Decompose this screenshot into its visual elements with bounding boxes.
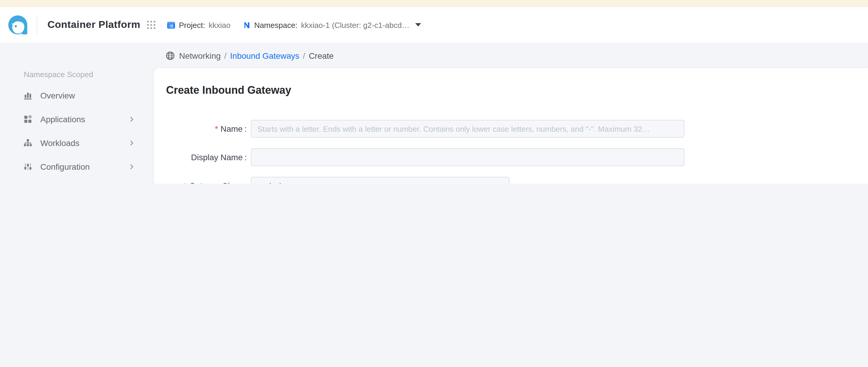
chevron-right-icon (128, 116, 135, 123)
create-inbound-gateway-card: Create Inbound Gateway *Name: (154, 68, 868, 184)
sliders-icon (23, 162, 33, 172)
sidebar-menu: Overview Applications (0, 84, 154, 184)
sidebar-item-configuration[interactable]: Configuration (11, 155, 141, 179)
required-marker: * (184, 181, 187, 184)
sidebar-item-label: Configuration (40, 162, 90, 172)
create-form: *Name: Display Name: (154, 120, 868, 184)
required-marker: * (215, 124, 218, 133)
project-label: Project: (179, 21, 205, 29)
name-input[interactable] (251, 120, 684, 137)
gateway-class-field-label: *GatewayClass: (154, 181, 247, 184)
sidebar-item-label: Applications (40, 115, 85, 124)
sidebar-item-label: Workloads (40, 138, 80, 148)
project-icon (166, 21, 175, 29)
namespace-value: kkxiao-1 (Cluster: g2-c1-abcd… (301, 21, 409, 29)
display-name-field-label: Display Name: (154, 153, 247, 162)
sidebar-item-applications[interactable]: Applications (11, 108, 141, 131)
apps-grid-icon (23, 115, 33, 124)
app-logo-bird-icon (8, 16, 27, 34)
name-field-row: *Name: (154, 120, 868, 137)
namespace-label: Namespace: (254, 21, 298, 29)
sidebar-item-workloads[interactable]: Workloads (11, 131, 141, 155)
globe-icon (165, 51, 175, 60)
workload-tree-icon (23, 138, 33, 148)
top-header: Container Platform Project: kkxi (0, 7, 868, 43)
sidebar-section-label: Namespace Scoped (24, 70, 154, 80)
breadcrumb: Networking / Inbound Gateways / Create (154, 43, 868, 68)
caret-down-icon[interactable] (415, 23, 422, 27)
sidebar-item-networking[interactable]: Networking (11, 179, 141, 184)
breadcrumb-separator: / (303, 51, 305, 60)
display-name-input[interactable] (251, 148, 684, 166)
chevron-right-icon (128, 140, 135, 147)
chevron-right-icon (128, 163, 135, 170)
project-selector[interactable]: Project: kkxiao (166, 21, 230, 29)
sidebar-item-overview[interactable]: Overview (11, 84, 141, 108)
display-name-field-row: Display Name: (154, 148, 868, 166)
bar-chart-icon (23, 91, 33, 100)
breadcrumb-item-current: Create (309, 51, 334, 60)
namespace-selector[interactable]: Namespace: kkxiao-1 (Cluster: g2-c1-abcd… (242, 21, 422, 29)
main-area: Networking / Inbound Gateways / Create C… (154, 43, 868, 184)
breadcrumb-separator: / (224, 51, 226, 60)
breadcrumb-item[interactable]: Networking (179, 51, 221, 60)
breadcrumb-item-link[interactable]: Inbound Gateways (230, 51, 300, 60)
app-switcher-grid-icon[interactable] (146, 20, 156, 30)
page-body: Namespace Scoped Overview (0, 43, 868, 184)
app-title: Container Platform (48, 19, 140, 31)
header-divider (37, 16, 37, 34)
project-value: kkxiao (209, 21, 230, 29)
gateway-class-selected-value: exclusive-gateway (257, 181, 320, 184)
top-accent-strip (0, 0, 868, 7)
sidebar: Namespace Scoped Overview (0, 43, 154, 184)
name-field-label: *Name: (154, 124, 247, 133)
namespace-n-icon (242, 21, 251, 29)
page-title: Create Inbound Gateway (166, 83, 868, 98)
application-window: Container Platform Project: kkxi (0, 0, 868, 184)
sidebar-item-label: Overview (40, 91, 75, 100)
gateway-class-select[interactable]: exclusive-gateway (251, 177, 509, 184)
gateway-class-field-row: *GatewayClass: exclusive-gateway (154, 177, 868, 184)
